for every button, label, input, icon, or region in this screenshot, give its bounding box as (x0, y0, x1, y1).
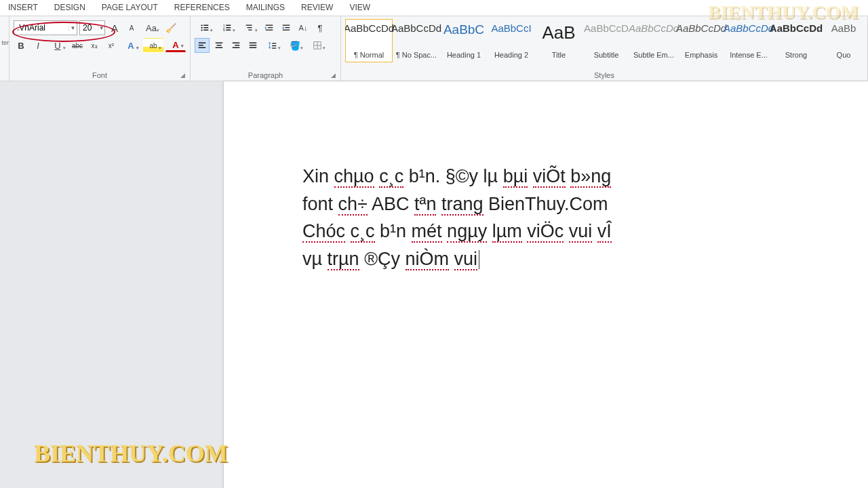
tab-design[interactable]: DESIGN (46, 0, 94, 16)
tab-view[interactable]: VIEW (341, 0, 378, 16)
justify-button[interactable] (245, 38, 260, 53)
svg-rect-35 (272, 48, 276, 49)
style-item[interactable]: AaBbCcIHeading 2 (488, 19, 535, 62)
align-right-button[interactable] (229, 38, 243, 53)
svg-rect-24 (216, 43, 223, 43)
font-name-input[interactable] (14, 23, 68, 33)
ribbon: ter ▼ ▼ A A Aa 🧹 B I U abc x₂ x² A ab A (0, 16, 868, 81)
style-item[interactable]: AaBTitle (535, 19, 583, 62)
svg-rect-32 (250, 47, 257, 48)
tab-review[interactable]: REVIEW (293, 0, 341, 16)
svg-rect-30 (250, 43, 257, 43)
highlight-button[interactable]: ab (143, 38, 163, 53)
italic-button[interactable]: I (31, 38, 45, 53)
styles-gallery[interactable]: AaBbCcDd¶ NormalAaBbCcDd¶ No Spac...AaBb… (345, 19, 867, 66)
style-item[interactable]: AaBbQuo (820, 19, 867, 62)
menu-tabs: INSERTDESIGNPAGE LAYOUTREFERENCESMAILING… (0, 0, 868, 16)
svg-rect-18 (283, 25, 290, 26)
dialog-launcher-icon[interactable]: ◢ (180, 72, 187, 79)
svg-rect-14 (248, 30, 252, 30)
svg-rect-22 (199, 45, 203, 45)
numbering-button[interactable]: 123 (217, 20, 237, 35)
sort-button[interactable]: A↓ (296, 20, 311, 35)
svg-rect-21 (199, 43, 206, 43)
style-item[interactable]: AaBbCcDd¶ No Spac... (393, 19, 440, 62)
chevron-down-icon[interactable]: ▼ (98, 25, 104, 31)
paragraph-group: 123 A↓ ¶ 🪣 Paragraph ◢ (191, 16, 341, 81)
svg-rect-9 (226, 27, 231, 28)
svg-rect-1 (203, 25, 208, 26)
style-item[interactable]: AaBbCcDdIntense E... (725, 19, 772, 62)
svg-rect-25 (217, 45, 222, 45)
style-item[interactable]: AaBbCHeading 1 (440, 19, 488, 62)
change-case-button[interactable]: Aa (141, 20, 161, 35)
svg-rect-33 (272, 43, 276, 44)
bold-button[interactable]: B (14, 38, 28, 53)
align-left-button[interactable] (195, 38, 210, 53)
svg-rect-27 (233, 43, 240, 43)
style-item[interactable]: AaBbCcDdStrong (772, 19, 820, 62)
style-item[interactable]: AaBbCcDdSubtle Em... (630, 19, 677, 62)
tab-mailings[interactable]: MAILINGS (238, 0, 293, 16)
group-label: Styles (341, 71, 867, 79)
svg-rect-15 (266, 25, 273, 26)
font-group: ▼ ▼ A A Aa 🧹 B I U abc x₂ x² A ab A Font… (9, 16, 191, 81)
svg-rect-28 (235, 45, 239, 45)
underline-button[interactable]: U (47, 38, 68, 53)
group-label: Paragraph (191, 71, 340, 79)
svg-rect-3 (203, 27, 208, 28)
svg-point-4 (201, 29, 203, 30)
style-item[interactable]: AaBbCcDd¶ Normal (345, 19, 393, 62)
shading-button[interactable]: 🪣 (285, 38, 305, 53)
svg-rect-31 (250, 45, 257, 45)
superscript-button[interactable]: x² (104, 38, 119, 53)
font-size-combo[interactable]: ▼ (79, 20, 105, 35)
text-effects-button[interactable]: A (121, 38, 141, 53)
group-label: Font (9, 71, 190, 79)
tab-references[interactable]: REFERENCES (166, 0, 238, 16)
clear-formatting-button[interactable]: 🧹 (163, 20, 178, 35)
style-item[interactable]: AaBbCcDdEmphasis (677, 19, 725, 62)
left-gutter (0, 81, 224, 488)
svg-rect-26 (216, 47, 223, 48)
font-name-combo[interactable]: ▼ (14, 20, 77, 35)
svg-rect-13 (248, 27, 252, 28)
document-text[interactable]: Xin chµo c¸c b¹n. §©y lµ bµi viÕt b»ngfo… (302, 163, 868, 272)
style-item[interactable]: AaBbCcDSubtitle (583, 19, 630, 62)
font-size-input[interactable] (80, 23, 98, 33)
document-area: Xin chµo c¸c b¹n. §©y lµ bµi viÕt b»ngfo… (0, 81, 868, 488)
tab-page-layout[interactable]: PAGE LAYOUT (94, 0, 166, 16)
shrink-font-button[interactable]: A (124, 20, 139, 35)
line-spacing-button[interactable] (262, 38, 283, 53)
styles-group: AaBbCcDd¶ NormalAaBbCcDd¶ No Spac...AaBb… (341, 16, 868, 81)
svg-rect-5 (203, 30, 208, 30)
bullets-button[interactable] (195, 20, 215, 35)
subscript-button[interactable]: x₂ (87, 38, 102, 53)
svg-rect-12 (246, 25, 252, 26)
strikethrough-button[interactable]: abc (70, 38, 85, 53)
font-color-button[interactable]: A (165, 39, 186, 52)
decrease-indent-button[interactable] (262, 20, 277, 35)
svg-point-0 (201, 24, 203, 26)
document-page[interactable]: Xin chµo c¸c b¹n. §©y lµ bµi viÕt b»ngfo… (224, 81, 868, 488)
borders-button[interactable] (307, 38, 328, 53)
svg-rect-29 (233, 47, 240, 48)
align-center-button[interactable] (212, 38, 226, 53)
svg-point-2 (201, 27, 203, 28)
svg-rect-7 (226, 25, 231, 26)
svg-rect-20 (283, 30, 290, 30)
clipboard-edge: ter (0, 16, 9, 81)
svg-rect-17 (266, 30, 273, 30)
dialog-launcher-icon[interactable]: ◢ (331, 72, 338, 79)
multilevel-list-button[interactable] (239, 20, 260, 35)
tab-insert[interactable]: INSERT (0, 0, 46, 16)
svg-rect-11 (226, 30, 231, 30)
increase-indent-button[interactable] (279, 20, 294, 35)
svg-rect-34 (272, 45, 276, 46)
svg-rect-23 (199, 47, 206, 48)
svg-text:3: 3 (223, 28, 225, 32)
grow-font-button[interactable]: A (107, 20, 122, 35)
chevron-down-icon[interactable]: ▼ (68, 25, 77, 31)
show-marks-button[interactable]: ¶ (313, 20, 328, 35)
svg-rect-19 (285, 27, 290, 28)
